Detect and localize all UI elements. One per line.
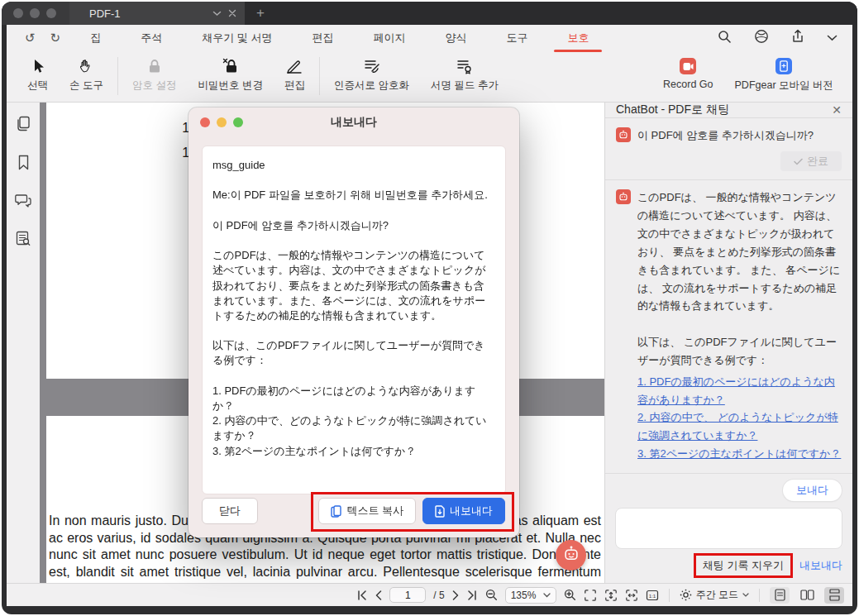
export-document-icon <box>435 505 445 518</box>
chat-input[interactable] <box>615 508 842 549</box>
export-chat-button[interactable]: 내보내다 <box>799 558 842 573</box>
chatbot-floating-button[interactable] <box>556 540 586 571</box>
chart-y-axis: 12 10 8 6 4 2 0 <box>46 116 197 291</box>
close-window-button[interactable] <box>13 8 23 18</box>
chatbot-panel-title: ChatBot - PDF로 채팅 <box>616 103 729 117</box>
chatbot-panel: ChatBot - PDF로 채팅 ✕ 이 PDF에 암호를 추가하시겠습니까?… <box>604 103 852 583</box>
menu-annotate[interactable]: 주석 <box>141 31 162 45</box>
done-button[interactable]: 완료 <box>780 151 842 171</box>
sun-icon <box>680 589 692 601</box>
suggested-question-link-2[interactable]: 2. 内容の中で、 どのようなトピックが特に強調されていますか？ <box>637 411 838 442</box>
fit-width-icon[interactable] <box>625 589 638 602</box>
dialog-title: 내보내다 <box>189 115 519 130</box>
close-tab-icon[interactable] <box>228 9 236 17</box>
signature-field-icon <box>456 58 473 74</box>
first-page-icon[interactable] <box>356 590 367 600</box>
title-bar: PDF-1 + <box>2 2 857 25</box>
tab-title: PDF-1 <box>89 7 121 20</box>
menu-home[interactable]: 집 <box>90 31 101 45</box>
set-password-button[interactable]: 암호 설정 <box>122 57 187 93</box>
last-page-icon[interactable] <box>467 590 478 600</box>
search-icon[interactable] <box>718 30 732 46</box>
minimize-window-button[interactable] <box>30 8 40 18</box>
copy-text-button[interactable]: 텍스트 복사 <box>318 498 416 524</box>
lock-icon <box>147 58 162 74</box>
edit-security-button[interactable]: 편집 <box>274 57 316 93</box>
collapse-toolbar-icon[interactable] <box>827 31 838 44</box>
zoom-window-button[interactable] <box>46 8 56 18</box>
record-go-icon <box>680 58 696 74</box>
continuous-scroll-view-icon[interactable] <box>824 587 844 604</box>
menu-tools[interactable]: 도구 <box>506 31 527 45</box>
menu-page[interactable]: 페이지 <box>373 31 405 45</box>
support-icon[interactable] <box>754 29 769 46</box>
zoom-level-select[interactable]: 135% <box>505 587 556 604</box>
robot-avatar-icon <box>616 189 631 204</box>
menu-protect[interactable]: 보호 <box>567 31 589 45</box>
svg-text:1:1: 1:1 <box>648 592 656 598</box>
status-bar: / 5 135% 1:1 주간 모드 <box>7 583 852 606</box>
add-signature-field-button[interactable]: 서명 필드 추가 <box>420 57 509 93</box>
robot-icon <box>562 545 580 566</box>
pen-icon <box>286 58 303 74</box>
clear-chat-history-button[interactable]: 채팅 기록 지우기 <box>697 555 790 576</box>
menu-edit[interactable]: 편집 <box>312 31 333 45</box>
day-mode-toggle[interactable]: 주간 모드 <box>680 588 749 602</box>
dialog-close-action-button[interactable]: 닫다 <box>202 498 258 524</box>
page-thumbnails-icon[interactable] <box>16 116 31 135</box>
next-page-icon[interactable] <box>452 590 460 600</box>
document-tab[interactable]: PDF-1 <box>69 2 245 25</box>
suggested-question-link-1[interactable]: 1. PDFの最初のページにはどのような内容がありますか？ <box>637 375 835 406</box>
tab-strip: + <box>245 2 857 25</box>
chat-message-1: 이 PDF에 암호를 추가하시겠습니까? <box>605 117 852 146</box>
tool-bar: 선택 손 도구 암호 설정 비밀번호 변경 편집 인증서로 암 <box>7 50 852 103</box>
suggested-questions: 1. PDFの最初のページにはどのような内容がありますか？ 2. 内容の中で、 … <box>605 371 852 473</box>
window-controls <box>2 2 69 25</box>
share-icon[interactable] <box>791 29 804 46</box>
redo-icon[interactable]: ↻ <box>50 31 61 45</box>
menu-fill-sign[interactable]: 채우기 및 서명 <box>202 31 272 45</box>
lock-x-icon <box>222 58 239 74</box>
encrypt-certificate-button[interactable]: 인증서로 암호화 <box>323 57 420 93</box>
change-password-button[interactable]: 비밀번호 변경 <box>187 57 273 93</box>
record-go-button[interactable]: Record Go <box>652 57 723 93</box>
zoom-in-icon[interactable] <box>564 589 576 601</box>
zoom-out-icon[interactable] <box>485 589 498 601</box>
menu-form[interactable]: 양식 <box>445 31 466 45</box>
mobile-phone-icon <box>775 58 792 74</box>
dialog-message-body: msg_guide Me:이 PDF 파일을 보호하기 위해 비밀번호를 추가하… <box>202 146 506 494</box>
export-dialog: 내보내다 msg_guide Me:이 PDF 파일을 보호하기 위해 비밀번호… <box>189 107 519 537</box>
actual-size-icon[interactable]: 1:1 <box>646 589 659 602</box>
comments-icon[interactable] <box>15 193 31 211</box>
two-page-view-icon[interactable] <box>797 587 817 604</box>
cursor-icon <box>30 58 46 74</box>
page-total-label: / 5 <box>433 590 444 601</box>
export-confirm-button[interactable]: 내보내다 <box>422 498 505 524</box>
select-tool-button[interactable]: 선택 <box>17 57 59 93</box>
send-button[interactable]: 보내다 <box>783 480 842 501</box>
new-tab-button[interactable]: + <box>256 5 265 21</box>
single-page-view-icon[interactable] <box>770 587 790 604</box>
hand-icon <box>78 58 94 74</box>
undo-icon[interactable]: ↺ <box>25 31 36 45</box>
close-chatbot-icon[interactable]: ✕ <box>832 103 842 117</box>
bookmarks-icon[interactable] <box>17 155 30 174</box>
fit-height-icon[interactable] <box>604 589 618 602</box>
clipboard-icon <box>331 505 341 518</box>
chat-message-2: このPDFは、 一般的な情報やコンテンツの構造について述べています。 内容は、 … <box>605 179 852 370</box>
fit-page-icon[interactable] <box>584 589 597 602</box>
mobile-version-button[interactable]: PDFgear 모바일 버전 <box>724 57 844 93</box>
hand-tool-button[interactable]: 손 도구 <box>59 57 114 93</box>
previous-page-icon[interactable] <box>375 590 382 600</box>
page-number-input[interactable] <box>389 587 426 603</box>
certificate-icon <box>363 58 380 74</box>
search-document-icon[interactable] <box>16 231 31 250</box>
suggested-question-link-3[interactable]: 3. 第2ページの主なポイントは何ですか？ <box>637 447 841 460</box>
robot-avatar-icon <box>616 127 631 142</box>
chevron-down-icon[interactable] <box>212 11 222 17</box>
menu-bar: ↺ ↻ 집 주석 채우기 및 서명 편집 페이지 양식 도구 보호 <box>7 25 852 50</box>
left-sidebar <box>7 103 40 583</box>
dialog-title-bar[interactable]: 내보내다 <box>189 107 519 137</box>
